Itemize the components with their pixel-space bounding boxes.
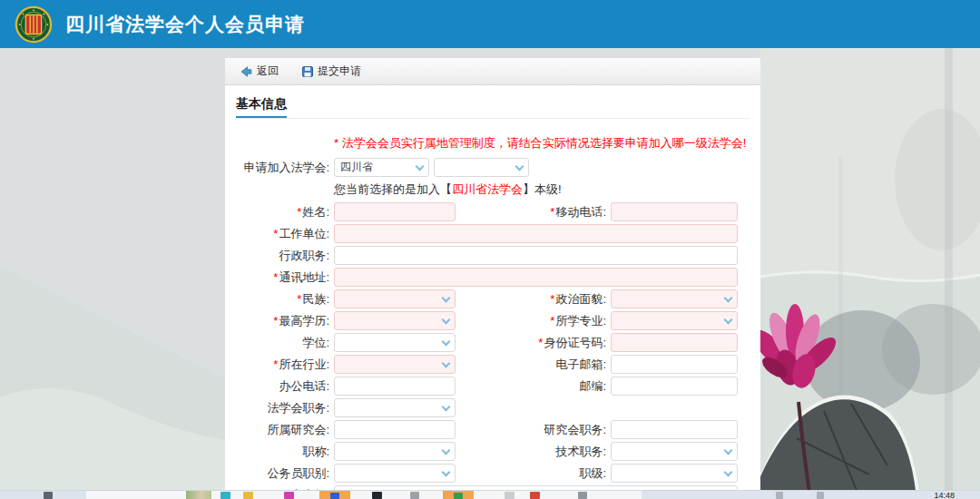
field-label-left: 学位: (225, 335, 334, 351)
app-icon (330, 493, 339, 499)
field-label-left: 法学会职务: (225, 400, 334, 416)
field-label-left: 所属研究会: (225, 422, 334, 438)
text-input[interactable] (612, 357, 737, 374)
form-row: 办公电话:邮编: (225, 377, 760, 396)
field-label-right: *政治面貌: (456, 291, 611, 308)
form-row: *民族:*政治面貌: (225, 289, 760, 308)
law-society-logo-icon (15, 5, 53, 44)
chevron-down-icon (724, 316, 733, 325)
select-field[interactable] (334, 333, 456, 352)
text-input[interactable] (335, 226, 737, 243)
field-label-left: 职称: (225, 444, 334, 460)
selected-society-name: 四川省法学会 (452, 182, 523, 196)
input-field[interactable] (611, 420, 738, 439)
back-button[interactable]: 返回 (236, 61, 282, 82)
input-field[interactable] (334, 268, 738, 287)
form-row: *工作单位: (225, 224, 760, 243)
select-field[interactable] (334, 289, 456, 308)
select-field[interactable] (611, 464, 738, 483)
select-field[interactable] (611, 311, 738, 330)
taskbar-app-icon[interactable] (817, 492, 824, 499)
form-row: *所在行业:电子邮箱: (225, 355, 760, 374)
input-field[interactable] (334, 224, 738, 243)
input-field[interactable] (611, 355, 738, 374)
select-field[interactable] (334, 464, 456, 483)
section-header: 基本信息 (236, 95, 750, 119)
form-row: 公务员职别:职级: (225, 464, 760, 483)
field-label-right: 职级: (456, 465, 611, 482)
submit-application-button[interactable]: 提交申请 (299, 61, 365, 82)
input-field[interactable] (611, 333, 738, 352)
input-field[interactable] (611, 202, 738, 221)
required-marker: * (273, 270, 278, 284)
text-input[interactable] (335, 422, 455, 439)
taskbar-photo-icon[interactable] (186, 491, 211, 499)
taskbar-app-icon[interactable] (776, 492, 783, 499)
text-input[interactable] (612, 204, 737, 221)
select-field[interactable] (334, 311, 456, 330)
background-hills-left (0, 48, 225, 499)
form-row: *姓名:*移动电话: (225, 202, 760, 221)
form-row: *通讯地址: (225, 268, 760, 287)
text-input[interactable] (335, 269, 737, 287)
field-label-left: 申请加入法学会: (225, 160, 334, 176)
input-field[interactable] (334, 377, 456, 396)
current-selection-text: 您当前选择的是加入【四川省法学会】本级! (334, 181, 760, 197)
taskbar-active-app[interactable] (319, 491, 350, 499)
taskbar-app-icon[interactable] (372, 492, 382, 499)
taskbar-active-app[interactable] (443, 491, 474, 499)
select-field[interactable] (611, 289, 738, 308)
text-input[interactable] (335, 204, 455, 221)
form-rows: *姓名:*移动电话:*工作单位:行政职务:*通讯地址:*民族:*政治面貌:*最高… (225, 202, 760, 499)
text-input[interactable] (612, 335, 737, 352)
taskbar-app-icon[interactable] (284, 492, 294, 499)
required-marker: * (538, 336, 543, 349)
background-lotus-right (760, 48, 980, 499)
input-field[interactable] (611, 377, 738, 396)
section-title: 基本信息 (236, 96, 287, 118)
field-label-right: *身份证号码: (456, 335, 611, 351)
taskbar-app-icon[interactable] (410, 492, 419, 499)
taskbar-app-icon[interactable] (578, 492, 587, 499)
screen: 四川省法学会个人会员申请 返回 提交申请 基本信息 * 法学会会员实行属地管理制… (0, 0, 980, 499)
taskbar-app-icon[interactable] (220, 492, 230, 499)
field-label-right: *移动电话: (456, 204, 611, 220)
chevron-down-icon (724, 446, 733, 455)
select-field[interactable] (334, 442, 456, 461)
chevron-down-icon (724, 294, 733, 303)
save-disk-icon (302, 66, 313, 77)
field-label-left: 公务员职别: (225, 465, 334, 482)
text-input[interactable] (335, 248, 737, 265)
sub-level-select[interactable] (434, 158, 529, 177)
province-select[interactable]: 四川省 (334, 158, 429, 177)
select-field[interactable] (334, 355, 456, 374)
required-marker: * (550, 314, 554, 328)
form-row: 法学会职务: (225, 398, 760, 417)
chevron-down-icon (724, 468, 733, 477)
form-row: 学位:*身份证号码: (225, 333, 760, 352)
text-input[interactable] (612, 422, 737, 439)
chevron-down-icon (442, 468, 451, 477)
select-field[interactable] (334, 398, 456, 417)
field-label-right: 技术职务: (456, 444, 611, 460)
os-taskbar[interactable]: 14:48 (0, 490, 980, 499)
select-field[interactable] (611, 442, 738, 461)
field-label-right: 研究会职务: (456, 422, 611, 438)
submit-button-label: 提交申请 (318, 64, 361, 79)
required-marker: * (273, 314, 278, 328)
taskbar-clock[interactable]: 14:48 (934, 491, 955, 499)
input-field[interactable] (334, 420, 456, 439)
join-society-row: 申请加入法学会: 四川省 (225, 158, 760, 177)
field-label-left: *姓名: (225, 204, 334, 220)
text-input[interactable] (335, 378, 455, 396)
taskbar-app-icon[interactable] (243, 492, 253, 499)
field-label-left: *最高学历: (225, 313, 334, 329)
app-header: 四川省法学会个人会员申请 (0, 0, 980, 48)
input-field[interactable] (334, 246, 738, 265)
text-input[interactable] (612, 378, 737, 396)
taskbar-app-icon[interactable] (44, 492, 53, 499)
input-field[interactable] (334, 202, 456, 221)
taskbar-app-icon[interactable] (505, 492, 514, 499)
taskbar-app-icon[interactable] (530, 492, 540, 499)
required-marker: * (273, 227, 278, 240)
